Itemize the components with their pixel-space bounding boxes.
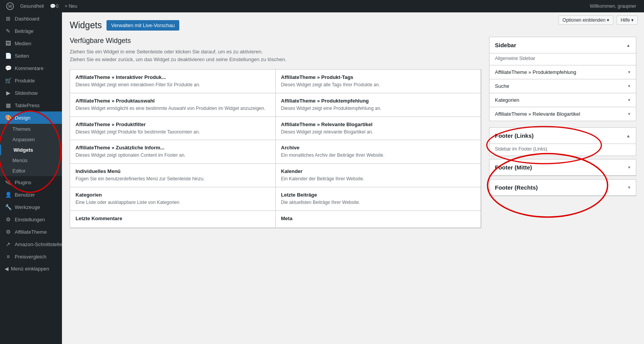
sidebar-label-tablepress: TablePress [15, 103, 39, 108]
widget-item[interactable]: Individuelles Menü Fügen Sie ein benutze… [70, 164, 276, 187]
comment-count: 0 [56, 3, 58, 9]
widget-item[interactable]: AffiliateTheme » Produktauswahl Dieses W… [70, 93, 276, 117]
widget-item[interactable]: AffiliateTheme » Produktfilter Dieses Wi… [70, 117, 276, 140]
widget-item[interactable]: Archive Ein monatliches Archiv der Beitr… [276, 140, 481, 164]
content-area: Verfügbare Widgets Ziehen Sie ein Widget… [70, 37, 636, 228]
widget-name: Letzte Kommentare [76, 216, 270, 221]
widget-item[interactable]: Meta [276, 211, 481, 228]
sidebar-widget-row[interactable]: AffiliateTheme » Produktempfehlung ▾ [489, 65, 636, 79]
svg-text:W: W [8, 4, 12, 9]
comments-icon: 💬 [5, 65, 12, 71]
sidebar-item-tablepress[interactable]: ▦ TablePress [0, 99, 62, 111]
widget-item[interactable]: Kalender Ein Kalender der Beiträge Ihrer… [276, 164, 481, 187]
widget-desc: Dieses Widget zeigt eine Produktempfehlu… [281, 105, 476, 112]
sidebar-label-seiten: Seiten [15, 53, 29, 59]
settings-icon: ⚙ [5, 216, 12, 222]
pages-icon: 📄 [5, 53, 12, 59]
sidebar-panel-header[interactable]: Sidebar ▲ [489, 37, 636, 53]
sidebar-subitem-widgets[interactable]: Widgets [0, 145, 62, 155]
widget-item[interactable]: AffiliateTheme » Interaktiver Produk... … [70, 70, 276, 93]
widget-desc: Ein Kalender der Beiträge Ihrer Website. [281, 176, 476, 182]
comment-icon: 💬 [50, 3, 56, 9]
options-button[interactable]: Optionen einblenden ▾ [558, 15, 613, 25]
widget-desc: Dieses Widget zeigt optionalen Content i… [76, 152, 270, 159]
footer-links-title: Footer (Links) [495, 132, 534, 139]
widget-name: AffiliateTheme » Relevante Blogartikel [281, 122, 476, 127]
widget-name: Meta [281, 216, 476, 221]
sidebar-item-beitrage[interactable]: ✎ Beiträge [0, 25, 62, 37]
widget-desc: Dieses Widget zeigt Produkte für bestimm… [76, 129, 270, 135]
sidebar-widget-row[interactable]: Kategorien ▾ [489, 93, 636, 107]
footer-rechts-header[interactable]: Footer (Rechts) ▾ [489, 180, 636, 196]
widget-desc: Dieses Widget zeigt relevante Blogartike… [281, 129, 476, 135]
sidebar-item-dashboard[interactable]: ⊞ Dashboard [0, 12, 62, 25]
sidebar-item-slideshow[interactable]: ▶ Slideshow [0, 87, 62, 99]
design-submenu: Themes Anpassen Widgets Menüs Editor [0, 124, 62, 176]
widget-name: AffiliateTheme » Produkt-Tags [281, 74, 476, 80]
widget-desc: Die aktuellsten Beiträge Ihrer Website. [281, 199, 476, 206]
media-icon: 🖼 [5, 40, 12, 46]
site-name[interactable]: Gesundheit [17, 0, 47, 12]
sidebar-item-plugins[interactable]: 🔌 Plugins [0, 176, 62, 188]
sidebar-item-produkte[interactable]: 🛒 Produkte [0, 74, 62, 87]
sidebar-item-amazon[interactable]: ↗ Amazon-Schnittstelle [0, 238, 62, 250]
sidebar-subitem-menus[interactable]: Menüs [0, 155, 62, 166]
sidebar-panel-title: Sidebar [495, 42, 516, 48]
sidebar-widget-row[interactable]: AffiliateTheme » Relevante Blogartikel ▾ [489, 107, 636, 121]
widget-name: Letzte Beiträge [281, 192, 476, 198]
widgets-left-panel: Verfügbare Widgets Ziehen Sie ein Widget… [70, 37, 481, 228]
widget-name: AffiliateTheme » Zusätzliche Inform... [76, 145, 270, 151]
sidebar-label-kommentare: Kommentare [15, 65, 43, 71]
widget-chevron: ▾ [628, 70, 630, 75]
sidebar-item-affiliatetheme[interactable]: ⚙ AffiliateTheme [0, 226, 62, 238]
sidebar-item-preisvergleich[interactable]: ≡ Preisvergleich [0, 250, 62, 263]
footer-mitte-header[interactable]: Footer (Mitte) ▾ [489, 159, 636, 176]
slideshow-icon: ▶ [5, 90, 12, 96]
wp-logo[interactable]: W [3, 2, 17, 10]
sidebar-item-seiten[interactable]: 📄 Seiten [0, 50, 62, 62]
sidebar-subitem-themes[interactable]: Themes [0, 124, 62, 134]
widget-desc: Eine Liste oder ausklappbare Liste von K… [76, 199, 270, 206]
footer-mitte-panel: Footer (Mitte) ▾ [489, 159, 636, 176]
sidebar-item-design[interactable]: 🎨 Design [0, 111, 62, 124]
widget-row-name: Suche [495, 83, 509, 89]
sidebar-item-werkzeuge[interactable]: 🔧 Werkzeuge [0, 201, 62, 213]
sidebar-subitem-editor[interactable]: Editor [0, 166, 62, 176]
widget-item[interactable]: Letzte Beiträge Die aktuellsten Beiträge… [276, 187, 481, 211]
widget-item[interactable]: Kategorien Eine Liste oder ausklappbare … [70, 187, 276, 211]
sidebar-label-slideshow: Slideshow [15, 90, 38, 96]
widget-item[interactable]: AffiliateTheme » Produkt-Tags Dieses Wid… [276, 70, 481, 93]
widget-item[interactable]: AffiliateTheme » Relevante Blogartikel D… [276, 117, 481, 140]
sidebar-item-benutzer[interactable]: 👤 Benutzer [0, 188, 62, 201]
widget-chevron: ▾ [628, 84, 630, 89]
layout: ⊞ Dashboard ✎ Beiträge 🖼 Medien 📄 Seiten… [0, 12, 644, 344]
sidebar-item-kommentare[interactable]: 💬 Kommentare [0, 62, 62, 74]
sidebar-label-beitrage: Beiträge [15, 28, 33, 34]
edit-icon: ✎ [5, 28, 12, 34]
sidebar-label-produkte: Produkte [15, 78, 35, 84]
sidebar-widget-row[interactable]: Suche ▾ [489, 79, 636, 93]
manage-live-preview-button[interactable]: Verwalten mit Live-Vorschau [106, 20, 179, 31]
collapse-menu-button[interactable]: ◀ Menü einklappen [0, 263, 62, 275]
sidebar-item-einstellungen[interactable]: ⚙ Einstellungen [0, 213, 62, 226]
help-button[interactable]: Hilfe ▾ [617, 15, 638, 25]
footer-mitte-chevron: ▾ [628, 165, 630, 170]
widget-item[interactable]: Letzte Kommentare [70, 211, 276, 228]
available-widgets-desc: Ziehen Sie ein Widget in eine Seitenleis… [70, 48, 481, 63]
widgets-right-panels: Sidebar ▲ Allgemeine Sidebar AffiliateTh… [489, 37, 636, 228]
sidebar: ⊞ Dashboard ✎ Beiträge 🖼 Medien 📄 Seiten… [0, 12, 62, 344]
users-icon: 👤 [5, 192, 12, 198]
topbar: W Gesundheit 💬 0 + Neu Willkommen, graup… [0, 0, 644, 12]
sidebar-subitem-anpassen[interactable]: Anpassen [0, 134, 62, 145]
comments-link[interactable]: 💬 0 [47, 0, 62, 12]
sidebar-label-plugins: Plugins [15, 180, 31, 185]
widget-item[interactable]: AffiliateTheme » Zusätzliche Inform... D… [70, 140, 276, 164]
collapse-icon: ◀ [5, 266, 9, 272]
sidebar-item-medien[interactable]: 🖼 Medien [0, 37, 62, 50]
widget-desc: Ein monatliches Archiv der Beiträge Ihre… [281, 152, 476, 159]
widget-name: AffiliateTheme » Produktfilter [76, 122, 270, 127]
footer-links-header[interactable]: Footer (Links) ▲ [489, 128, 636, 144]
new-button[interactable]: + Neu [62, 0, 80, 12]
widget-name: Individuelles Menü [76, 168, 270, 174]
widget-item[interactable]: AffiliateTheme » Produktempfehlung Diese… [276, 93, 481, 117]
